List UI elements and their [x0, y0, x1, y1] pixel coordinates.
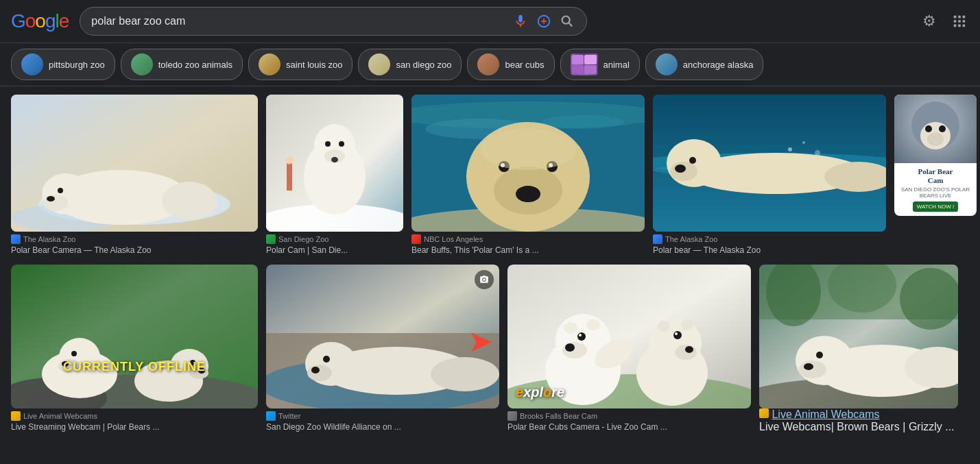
svg-point-52 — [689, 157, 696, 164]
chip-thumb-pittsburgh — [21, 53, 43, 75]
svg-point-19 — [47, 196, 55, 202]
source-icon-live-2 — [759, 408, 769, 418]
svg-rect-10 — [958, 25, 961, 27]
image-card-sandiego-1[interactable]: San Diego Zoo Polar Cam | San Die... — [266, 95, 403, 256]
ad-watch-button[interactable]: WATCH NOW ! — [913, 202, 959, 212]
search-button[interactable] — [559, 13, 575, 29]
filter-chip-toledo-zoo[interactable]: toledo zoo animals — [121, 49, 243, 80]
ad-card-body: Polar Bear Cam SAN DIEGO ZOO'S POLAR BEA… — [894, 163, 977, 216]
image-row-1: The Alaska Zoo Polar Bear Camera — The A… — [11, 95, 969, 256]
svg-point-81 — [311, 367, 320, 374]
svg-rect-8 — [963, 20, 966, 23]
chip-thumb-san-diego — [368, 53, 390, 75]
source-nbc: NBC Los Angeles — [411, 234, 645, 244]
svg-point-16 — [162, 182, 217, 220]
svg-line-2 — [569, 23, 573, 26]
chip-label-anchorage: anchorage alaska — [683, 60, 754, 70]
svg-point-91 — [579, 334, 582, 337]
svg-point-101 — [681, 319, 693, 330]
title-live-2: Live Webcams| Brown Bears | Grizzly ... — [759, 421, 958, 433]
svg-point-38 — [516, 186, 540, 202]
svg-rect-6 — [954, 20, 957, 23]
svg-point-53 — [788, 147, 792, 151]
svg-rect-11 — [963, 25, 966, 27]
chip-label-bear-cubs: bear cubs — [505, 60, 544, 70]
image-card-live-webcams-partial[interactable]: Live Animal Webcams Live Webcams| Brown … — [759, 265, 958, 433]
svg-point-99 — [675, 332, 678, 335]
chip-label-toledo: toledo zoo animals — [158, 60, 232, 70]
svg-rect-5 — [963, 16, 966, 19]
svg-point-54 — [802, 141, 805, 144]
ad-title: Polar Bear Cam — [898, 167, 972, 185]
image-card-alaska-polar-bear[interactable]: The Alaska Zoo Polar Bear Camera — The A… — [11, 95, 258, 256]
svg-point-92 — [564, 322, 577, 333]
svg-point-88 — [562, 342, 587, 358]
search-input[interactable]: polar bear zoo cam — [91, 15, 504, 27]
svg-rect-3 — [954, 16, 957, 19]
chip-label-pittsburgh: pittsburgh zoo — [49, 60, 105, 70]
camera-icon-overlay — [475, 270, 494, 289]
svg-point-107 — [799, 361, 826, 378]
source-live-2: Live Animal Webcams — [759, 408, 958, 421]
image-card-twitter-sdz[interactable]: Twitter San Diego Zoo Wildlife Alliance … — [266, 265, 499, 433]
svg-point-82 — [323, 356, 330, 363]
title-brooks: Polar Bear Cubs Camera - Live Zoo Cam ..… — [507, 422, 751, 433]
svg-point-100 — [658, 321, 670, 332]
svg-point-34 — [542, 115, 624, 129]
svg-point-58 — [927, 132, 944, 146]
chip-label-animal: animal — [603, 60, 630, 70]
source-alaska-2: The Alaska Zoo — [653, 234, 886, 244]
voice-search-icon[interactable] — [512, 13, 529, 29]
image-card-brooks-cubs[interactable]: ➤ — [507, 265, 751, 433]
source-twitter: Twitter — [266, 411, 499, 421]
title-sandiego-1: Polar Cam | San Die... — [266, 245, 403, 256]
svg-rect-4 — [958, 16, 961, 19]
svg-point-98 — [673, 331, 682, 339]
svg-point-51 — [675, 164, 686, 173]
filter-chip-animal[interactable]: animal — [560, 49, 640, 80]
svg-point-60 — [939, 125, 946, 132]
svg-point-95 — [649, 319, 702, 368]
svg-point-30 — [285, 156, 294, 164]
chip-label-san-diego: san diego zoo — [396, 60, 451, 70]
source-icon-nbc — [411, 234, 421, 244]
source-brooks: Brooks Falls Bear Cam — [507, 411, 751, 421]
svg-point-59 — [925, 125, 932, 132]
image-card-alaska-2[interactable]: The Alaska Zoo Polar bear — The Alaska Z… — [653, 95, 886, 256]
svg-rect-29 — [287, 163, 292, 191]
settings-icon[interactable]: ⚙ — [920, 12, 939, 31]
svg-point-43 — [480, 129, 576, 170]
filter-chip-saint-louis[interactable]: saint louis zoo — [248, 49, 352, 80]
svg-point-97 — [685, 346, 693, 353]
title-twitter: San Diego Zoo Wildlife Alliance on ... — [266, 422, 499, 433]
svg-point-109 — [816, 352, 823, 358]
filter-chip-pittsburgh-zoo[interactable]: pittsburgh zoo — [11, 49, 115, 80]
svg-point-28 — [339, 141, 344, 147]
svg-point-89 — [565, 343, 575, 352]
chip-thumb-saint-louis — [259, 53, 280, 75]
svg-point-55 — [815, 150, 820, 156]
google-lens-icon[interactable] — [536, 13, 552, 29]
image-card-ad-partial[interactable]: Polar Bear Cam SAN DIEGO ZOO'S POLAR BEA… — [894, 95, 977, 216]
svg-point-18 — [43, 195, 68, 211]
source-icon-live-1 — [11, 411, 21, 421]
svg-point-20 — [58, 188, 63, 193]
explore-watermark: explore — [516, 384, 564, 400]
filter-chip-san-diego[interactable]: san diego zoo — [358, 49, 462, 80]
image-card-nbc-polar-bear[interactable]: NBC Los Angeles Bear Buffs, This 'Polar … — [411, 95, 645, 256]
offline-badge: CURRENTLY OFFLINE — [63, 360, 206, 374]
image-card-offline-polar-bears[interactable]: CURRENTLY OFFLINE Live Animal Webcams Li… — [11, 265, 258, 433]
image-row-2: CURRENTLY OFFLINE Live Animal Webcams Li… — [11, 265, 969, 433]
filter-chip-bear-cubs[interactable]: bear cubs — [467, 49, 554, 80]
svg-point-26 — [331, 157, 338, 162]
search-bar[interactable]: polar bear zoo cam — [80, 7, 587, 36]
source-live-1: Live Animal Webcams — [11, 411, 258, 421]
apps-icon[interactable] — [950, 12, 969, 31]
google-logo[interactable]: Google — [11, 10, 69, 32]
svg-point-68 — [71, 351, 77, 356]
filter-chip-anchorage[interactable]: anchorage alaska — [645, 49, 764, 80]
svg-point-80 — [307, 365, 332, 381]
title-nbc: Bear Buffs, This 'Polar Cam' Is a ... — [411, 245, 645, 256]
source-icon-brooks — [507, 411, 517, 421]
source-icon-alaska-2 — [653, 234, 662, 244]
